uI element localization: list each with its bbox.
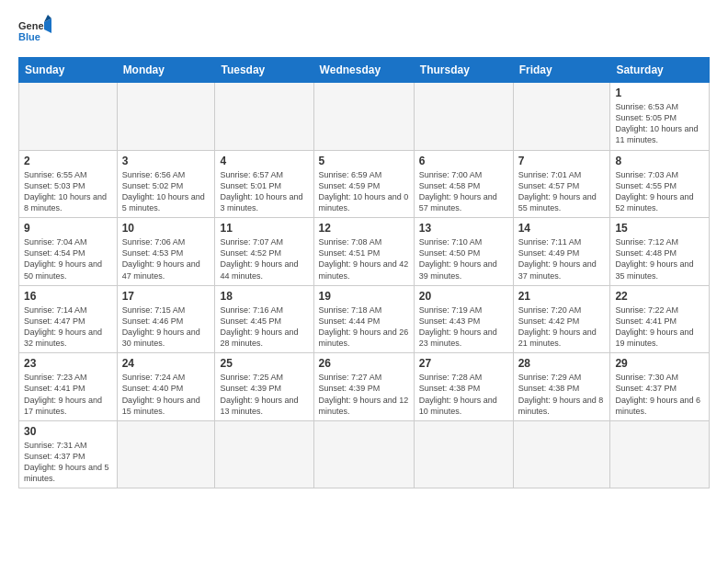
day-info: Sunrise: 7:08 AM Sunset: 4:51 PM Dayligh… [319, 236, 409, 282]
calendar-cell: 4Sunrise: 6:57 AM Sunset: 5:01 PM Daylig… [215, 150, 313, 218]
week-row-4: 16Sunrise: 7:14 AM Sunset: 4:47 PM Dayli… [19, 285, 710, 353]
day-info: Sunrise: 6:55 AM Sunset: 5:03 PM Dayligh… [24, 169, 112, 214]
calendar-cell [215, 83, 313, 151]
calendar-cell: 13Sunrise: 7:10 AM Sunset: 4:50 PM Dayli… [414, 218, 513, 286]
calendar-cell [610, 420, 710, 488]
day-info: Sunrise: 6:59 AM Sunset: 4:59 PM Dayligh… [319, 169, 409, 214]
calendar-cell: 21Sunrise: 7:20 AM Sunset: 4:42 PM Dayli… [513, 285, 610, 353]
day-number: 10 [122, 222, 210, 235]
day-info: Sunrise: 7:23 AM Sunset: 4:41 PM Dayligh… [24, 372, 112, 417]
day-info: Sunrise: 7:25 AM Sunset: 4:39 PM Dayligh… [220, 372, 308, 417]
day-info: Sunrise: 7:19 AM Sunset: 4:43 PM Dayligh… [419, 304, 508, 350]
calendar-cell: 29Sunrise: 7:30 AM Sunset: 4:37 PM Dayli… [610, 353, 710, 421]
generalblue-logo-icon: General Blue [18, 15, 51, 48]
calendar-cell: 24Sunrise: 7:24 AM Sunset: 4:40 PM Dayli… [117, 353, 215, 421]
day-info: Sunrise: 7:01 AM Sunset: 4:57 PM Dayligh… [518, 169, 606, 214]
day-info: Sunrise: 7:30 AM Sunset: 4:37 PM Dayligh… [615, 372, 704, 417]
day-info: Sunrise: 7:10 AM Sunset: 4:50 PM Dayligh… [419, 236, 508, 282]
calendar-cell: 7Sunrise: 7:01 AM Sunset: 4:57 PM Daylig… [513, 150, 610, 218]
day-info: Sunrise: 7:14 AM Sunset: 4:47 PM Dayligh… [24, 304, 112, 350]
calendar-cell: 3Sunrise: 6:56 AM Sunset: 5:02 PM Daylig… [117, 150, 215, 218]
weekday-sunday: Sunday [19, 58, 118, 83]
day-info: Sunrise: 7:07 AM Sunset: 4:52 PM Dayligh… [220, 236, 308, 282]
calendar-cell: 28Sunrise: 7:29 AM Sunset: 4:38 PM Dayli… [513, 353, 610, 421]
calendar-cell: 6Sunrise: 7:00 AM Sunset: 4:58 PM Daylig… [414, 150, 513, 218]
weekday-wednesday: Wednesday [313, 58, 414, 83]
calendar-cell: 23Sunrise: 7:23 AM Sunset: 4:41 PM Dayli… [19, 353, 118, 421]
calendar-cell: 30Sunrise: 7:31 AM Sunset: 4:37 PM Dayli… [19, 420, 118, 488]
calendar-cell: 5Sunrise: 6:59 AM Sunset: 4:59 PM Daylig… [313, 150, 414, 218]
calendar-cell: 12Sunrise: 7:08 AM Sunset: 4:51 PM Dayli… [313, 218, 414, 286]
day-number: 11 [220, 222, 308, 235]
calendar-cell [117, 83, 215, 151]
calendar-cell [215, 420, 313, 488]
day-number: 13 [419, 222, 508, 235]
calendar-cell: 16Sunrise: 7:14 AM Sunset: 4:47 PM Dayli… [19, 285, 118, 353]
day-number: 22 [615, 290, 704, 303]
weekday-saturday: Saturday [610, 58, 710, 83]
day-info: Sunrise: 7:06 AM Sunset: 4:53 PM Dayligh… [122, 236, 210, 282]
day-info: Sunrise: 7:27 AM Sunset: 4:39 PM Dayligh… [319, 372, 409, 417]
calendar-cell [414, 83, 513, 151]
day-info: Sunrise: 7:03 AM Sunset: 4:55 PM Dayligh… [615, 169, 704, 214]
day-info: Sunrise: 7:15 AM Sunset: 4:46 PM Dayligh… [122, 304, 210, 350]
header: General Blue [18, 15, 710, 48]
day-info: Sunrise: 7:04 AM Sunset: 4:54 PM Dayligh… [24, 236, 112, 282]
day-info: Sunrise: 7:28 AM Sunset: 4:38 PM Dayligh… [419, 372, 508, 417]
calendar-cell [313, 420, 414, 488]
weekday-friday: Friday [513, 58, 610, 83]
calendar-cell: 26Sunrise: 7:27 AM Sunset: 4:39 PM Dayli… [313, 353, 414, 421]
day-number: 19 [319, 290, 409, 303]
day-info: Sunrise: 7:11 AM Sunset: 4:49 PM Dayligh… [518, 236, 606, 282]
day-number: 3 [122, 155, 210, 167]
calendar-cell: 17Sunrise: 7:15 AM Sunset: 4:46 PM Dayli… [117, 285, 215, 353]
calendar-cell: 19Sunrise: 7:18 AM Sunset: 4:44 PM Dayli… [313, 285, 414, 353]
day-info: Sunrise: 7:18 AM Sunset: 4:44 PM Dayligh… [319, 304, 409, 350]
weekday-header-row: SundayMondayTuesdayWednesdayThursdayFrid… [19, 58, 710, 83]
day-info: Sunrise: 7:31 AM Sunset: 4:37 PM Dayligh… [24, 440, 112, 485]
week-row-3: 9Sunrise: 7:04 AM Sunset: 4:54 PM Daylig… [19, 218, 710, 286]
day-number: 2 [24, 155, 112, 167]
day-number: 27 [419, 357, 508, 370]
calendar-cell [513, 420, 610, 488]
calendar-cell: 11Sunrise: 7:07 AM Sunset: 4:52 PM Dayli… [215, 218, 313, 286]
day-number: 15 [615, 222, 704, 235]
calendar-cell: 9Sunrise: 7:04 AM Sunset: 4:54 PM Daylig… [19, 218, 118, 286]
day-number: 17 [122, 290, 210, 303]
week-row-6: 30Sunrise: 7:31 AM Sunset: 4:37 PM Dayli… [19, 420, 710, 488]
day-number: 6 [419, 155, 508, 167]
page: General Blue SundayMondayTuesdayWednesda… [0, 0, 728, 563]
calendar-cell: 2Sunrise: 6:55 AM Sunset: 5:03 PM Daylig… [19, 150, 118, 218]
week-row-1: 1Sunrise: 6:53 AM Sunset: 5:05 PM Daylig… [19, 83, 710, 151]
day-number: 29 [615, 357, 704, 370]
calendar-cell: 22Sunrise: 7:22 AM Sunset: 4:41 PM Dayli… [610, 285, 710, 353]
week-row-2: 2Sunrise: 6:55 AM Sunset: 5:03 PM Daylig… [19, 150, 710, 218]
calendar-cell: 25Sunrise: 7:25 AM Sunset: 4:39 PM Dayli… [215, 353, 313, 421]
weekday-tuesday: Tuesday [215, 58, 313, 83]
calendar-cell: 18Sunrise: 7:16 AM Sunset: 4:45 PM Dayli… [215, 285, 313, 353]
calendar-cell [117, 420, 215, 488]
day-number: 5 [319, 155, 409, 167]
day-number: 1 [615, 86, 704, 99]
day-number: 30 [24, 425, 112, 438]
day-number: 12 [319, 222, 409, 235]
week-row-5: 23Sunrise: 7:23 AM Sunset: 4:41 PM Dayli… [19, 353, 710, 421]
day-info: Sunrise: 6:56 AM Sunset: 5:02 PM Dayligh… [122, 169, 210, 214]
day-number: 26 [319, 357, 409, 370]
day-number: 18 [220, 290, 308, 303]
day-number: 28 [518, 357, 606, 370]
weekday-thursday: Thursday [414, 58, 513, 83]
day-number: 14 [518, 222, 606, 235]
day-number: 9 [24, 222, 112, 235]
day-number: 24 [122, 357, 210, 370]
calendar-cell: 1Sunrise: 6:53 AM Sunset: 5:05 PM Daylig… [610, 83, 710, 151]
day-number: 4 [220, 155, 308, 167]
calendar-cell: 15Sunrise: 7:12 AM Sunset: 4:48 PM Dayli… [610, 218, 710, 286]
weekday-monday: Monday [117, 58, 215, 83]
day-number: 21 [518, 290, 606, 303]
day-info: Sunrise: 7:29 AM Sunset: 4:38 PM Dayligh… [518, 372, 606, 417]
day-info: Sunrise: 7:20 AM Sunset: 4:42 PM Dayligh… [518, 304, 606, 350]
logo: General Blue [18, 15, 51, 48]
day-number: 16 [24, 290, 112, 303]
calendar-cell [414, 420, 513, 488]
